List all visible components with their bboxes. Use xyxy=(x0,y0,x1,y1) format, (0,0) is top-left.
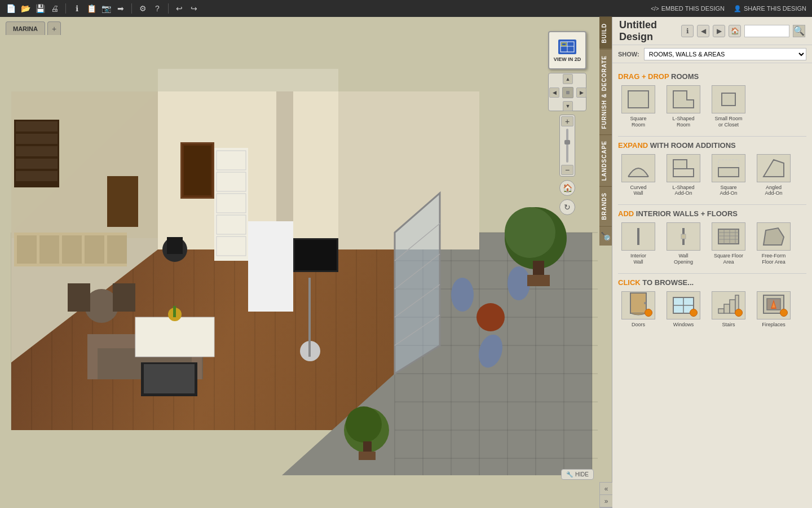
square-room-icon[interactable] xyxy=(621,85,655,113)
collapse-button[interactable]: « xyxy=(600,483,612,495)
info-icon[interactable]: ℹ xyxy=(72,3,82,14)
angled-addon-shape xyxy=(761,157,786,179)
drag-drop-header: DRAG + DROP ROOMS xyxy=(618,72,806,81)
search-tab[interactable]: 🔍 xyxy=(599,226,612,246)
square-addon-icon[interactable] xyxy=(712,154,745,182)
redo-icon[interactable]: ↪ xyxy=(189,3,199,14)
panel-home-button[interactable]: 🏠 xyxy=(729,25,741,37)
square-room-label: SquareRoom xyxy=(630,116,646,128)
panel-info-button[interactable]: ℹ xyxy=(681,25,694,37)
square-addon-item[interactable]: SquareAdd-On xyxy=(708,154,749,197)
curved-wall-icon[interactable] xyxy=(621,154,655,182)
zoom-slider[interactable] xyxy=(566,129,568,163)
wall-opening-item[interactable]: WallOpening xyxy=(663,222,704,265)
new-icon[interactable]: 📄 xyxy=(6,3,16,14)
fireplaces-label: Fireplaces xyxy=(762,322,785,328)
drag-drop-highlight: DRAG + DROP xyxy=(618,72,669,81)
hide-label: HIDE xyxy=(575,471,589,478)
expand-button[interactable]: » xyxy=(600,495,612,507)
l-shaped-room-item[interactable]: L-ShapedRoom xyxy=(663,85,704,128)
help-icon[interactable]: ? xyxy=(152,3,162,14)
view-2d-button[interactable]: VIEW IN 2D xyxy=(548,31,586,69)
doors-item[interactable]: Doors xyxy=(618,291,659,328)
divider1 xyxy=(618,136,806,137)
furnish-tab[interactable]: FURNISH & DECORATE xyxy=(599,49,612,135)
pages-icon[interactable]: 📋 xyxy=(86,3,96,14)
canvas-area[interactable] xyxy=(0,35,612,508)
free-form-floor-icon[interactable] xyxy=(757,222,791,251)
hide-button[interactable]: 🔧 HIDE xyxy=(561,469,594,480)
angled-addon-icon[interactable] xyxy=(757,154,791,182)
free-form-floor-item[interactable]: Free-FormFloor Area xyxy=(753,222,794,265)
add-tab-button[interactable]: + xyxy=(47,21,61,35)
svg-rect-7 xyxy=(722,93,735,106)
square-floor-item[interactable]: Square FloorArea xyxy=(708,222,749,265)
zoom-handle[interactable] xyxy=(564,140,570,144)
nav-right-button[interactable]: ▶ xyxy=(576,87,586,98)
l-shaped-room-icon[interactable] xyxy=(667,85,700,113)
l-shaped-addon-icon[interactable] xyxy=(667,154,700,182)
panel-back-button[interactable]: ◀ xyxy=(697,25,709,37)
panel-search-button[interactable]: 🔍 xyxy=(793,25,805,37)
fireplaces-item[interactable]: Fireplaces xyxy=(753,291,794,328)
rotate-button[interactable]: ↻ xyxy=(559,199,575,215)
interior-wall-item[interactable]: InteriorWall xyxy=(618,222,659,265)
settings-icon[interactable]: ⚙ xyxy=(138,3,148,14)
save-icon[interactable]: 💾 xyxy=(35,3,45,14)
floorplan-canvas[interactable] xyxy=(0,35,612,508)
wall-opening-icon[interactable] xyxy=(667,222,700,251)
curved-wall-item[interactable]: CurvedWall xyxy=(618,154,659,197)
nav-down-button[interactable]: ▼ xyxy=(563,101,573,111)
blueprint-icon xyxy=(557,38,577,55)
panel-search-input[interactable] xyxy=(744,25,789,37)
view-2d-label: VIEW IN 2D xyxy=(554,56,581,62)
open-icon[interactable]: 📂 xyxy=(20,3,30,14)
angled-addon-item[interactable]: AngledAdd-On xyxy=(753,154,794,197)
divider3 xyxy=(618,273,806,274)
undo-icon[interactable]: ↩ xyxy=(174,3,184,14)
fireplaces-icon[interactable] xyxy=(757,291,791,319)
square-floor-icon[interactable] xyxy=(712,222,745,251)
show-dropdown[interactable]: ROOMS, WALLS & AREAS FURNITURE ALL xyxy=(644,48,806,60)
panel-forward-button[interactable]: ▶ xyxy=(713,25,725,37)
marina-tab[interactable]: MARINA xyxy=(6,21,45,35)
browse-highlight: CLICK xyxy=(618,278,641,287)
nav-left-button[interactable]: ◀ xyxy=(549,87,559,98)
panel-header-icons: ℹ ◀ ▶ 🏠 🔍 xyxy=(681,25,805,37)
stairs-item[interactable]: Stairs xyxy=(708,291,749,328)
svg-point-27 xyxy=(644,302,646,304)
interior-wall-icon[interactable] xyxy=(621,222,655,251)
free-form-floor-label: Free-FormFloor Area xyxy=(762,253,786,265)
small-room-label: Small Roomor Closet xyxy=(714,116,742,128)
nav-up-button[interactable]: ▲ xyxy=(563,74,573,84)
share-button[interactable]: 👤 SHARE THIS DESIGN xyxy=(734,5,806,12)
camera-icon[interactable]: 📷 xyxy=(101,3,111,14)
brands-tab[interactable]: BRANDS xyxy=(599,186,612,226)
expand-suffix: WITH ROOM ADDITIONS xyxy=(650,141,736,150)
map-controls: VIEW IN 2D ▲ ◀ ▶ ▼ + − 🏠 ↻ xyxy=(548,31,586,215)
build-tab[interactable]: BUILD xyxy=(599,17,612,49)
sep1 xyxy=(65,3,66,14)
hide-icon: 🔧 xyxy=(566,471,573,478)
landscape-tab[interactable]: LANDSCAPE xyxy=(599,134,612,186)
print-icon[interactable]: 🖨 xyxy=(50,3,60,14)
sep3 xyxy=(168,3,169,14)
windows-icon[interactable] xyxy=(667,291,700,319)
square-room-item[interactable]: SquareRoom xyxy=(618,85,659,128)
angled-addon-label: AngledAdd-On xyxy=(765,185,782,197)
embed-button[interactable]: </> EMBED THIS DESIGN xyxy=(651,5,725,12)
windows-item[interactable]: Windows xyxy=(663,291,704,328)
zoom-out-button[interactable]: − xyxy=(561,165,573,175)
nav-compass: ▲ ◀ ▶ ▼ xyxy=(548,73,586,111)
l-shaped-addon-item[interactable]: L-ShapedAdd-On xyxy=(663,154,704,197)
zoom-in-button[interactable]: + xyxy=(561,116,573,126)
interior-wall-shape xyxy=(626,226,651,247)
small-room-icon[interactable] xyxy=(712,85,745,113)
show-label: SHOW: xyxy=(618,51,639,58)
export-icon[interactable]: ➡ xyxy=(116,3,126,14)
small-room-item[interactable]: Small Roomor Closet xyxy=(708,85,749,128)
zoom-control: + − xyxy=(559,115,575,177)
stairs-icon[interactable] xyxy=(712,291,745,319)
doors-icon[interactable] xyxy=(621,291,655,319)
reset-view-button[interactable]: 🏠 xyxy=(559,180,575,196)
